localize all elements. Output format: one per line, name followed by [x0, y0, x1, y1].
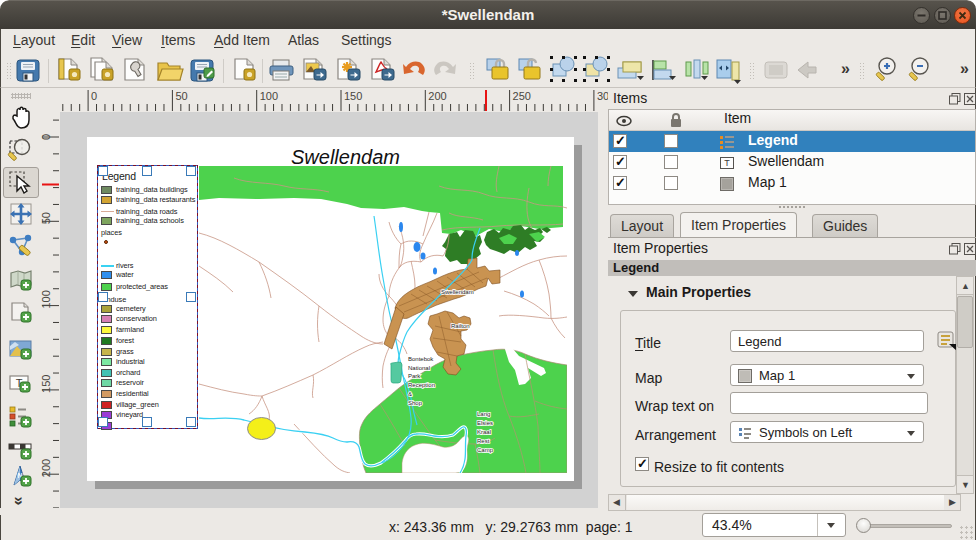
svg-text:Rest: Rest	[477, 438, 490, 444]
svg-text:100: 100	[260, 90, 278, 102]
svg-text:&: &	[408, 391, 412, 397]
svg-text:200: 200	[40, 459, 52, 477]
svg-text:Shop: Shop	[408, 400, 423, 406]
svg-text:50: 50	[40, 212, 52, 224]
svg-text:Elsies: Elsies	[477, 420, 493, 426]
svg-text:Swellendam: Swellendam	[441, 289, 474, 295]
svg-text:National: National	[408, 365, 430, 371]
svg-text:100: 100	[40, 290, 52, 308]
svg-text:Lang: Lang	[477, 411, 490, 417]
svg-text:Bontebok: Bontebok	[408, 356, 434, 362]
svg-text:150: 150	[344, 90, 362, 102]
svg-text:0: 0	[40, 134, 52, 140]
svg-text:0: 0	[91, 90, 97, 102]
svg-text:Railton: Railton	[451, 323, 470, 329]
svg-text:250: 250	[513, 90, 531, 102]
svg-text:T: T	[724, 158, 730, 168]
svg-text:200: 200	[428, 90, 446, 102]
svg-text:Kraal: Kraal	[477, 429, 491, 435]
svg-text:Reception: Reception	[408, 382, 435, 388]
svg-text:Camp: Camp	[477, 447, 494, 453]
svg-text:150: 150	[40, 375, 52, 393]
svg-text:50: 50	[175, 90, 187, 102]
svg-text:Park: Park	[408, 373, 421, 379]
